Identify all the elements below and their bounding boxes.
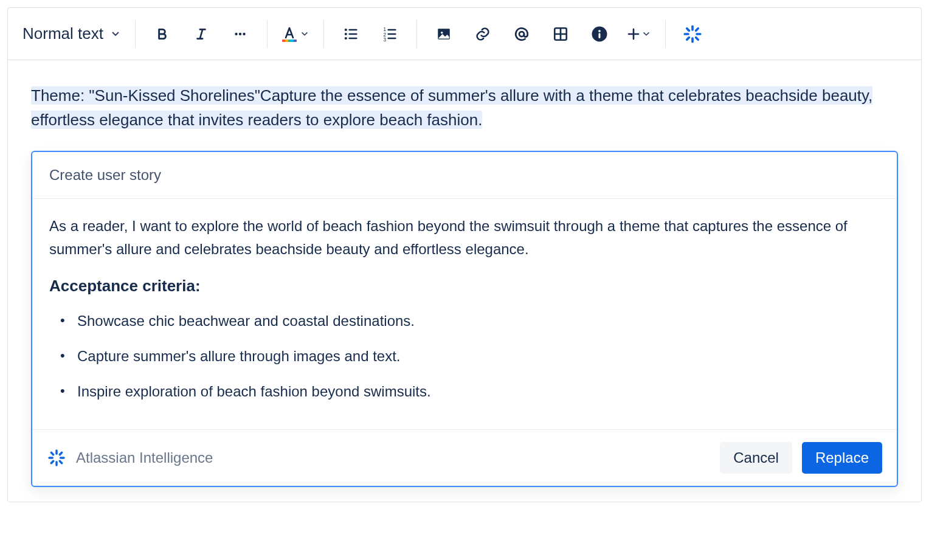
mention-button[interactable]	[509, 22, 534, 46]
svg-line-39	[60, 461, 61, 463]
formatting-group	[150, 22, 252, 46]
svg-line-31	[696, 37, 699, 40]
text-color-button[interactable]	[282, 26, 309, 42]
svg-rect-23	[598, 33, 600, 38]
insert-more-button[interactable]	[626, 27, 651, 41]
text-style-dropdown[interactable]: Normal text	[22, 22, 120, 46]
acceptance-criteria-list: Showcase chic beachwear and coastal dest…	[49, 310, 880, 403]
svg-line-38	[51, 453, 53, 455]
highlighted-text: Theme: "Sun-Kissed Shorelines"Capture th…	[31, 86, 872, 129]
italic-button[interactable]	[189, 22, 213, 46]
info-button[interactable]	[587, 22, 612, 46]
ai-brand: Atlassian Intelligence	[47, 448, 213, 468]
svg-point-2	[243, 32, 245, 35]
ai-panel-footer: Atlassian Intelligence Cancel Replace	[32, 430, 897, 486]
svg-point-5	[345, 36, 347, 39]
numbered-list-button[interactable]: 123	[378, 22, 402, 46]
svg-line-30	[687, 28, 689, 30]
ai-brand-label: Atlassian Intelligence	[76, 449, 213, 466]
user-story-text: As a reader, I want to explore the world…	[49, 215, 880, 261]
toolbar-divider	[665, 20, 666, 48]
toolbar-divider	[135, 20, 136, 48]
svg-line-33	[687, 37, 689, 40]
editor-content[interactable]: Theme: "Sun-Kissed Shorelines"Capture th…	[8, 60, 921, 502]
ai-panel-header: Create user story	[32, 152, 897, 199]
chevron-down-icon	[300, 30, 309, 38]
atlassian-intelligence-icon	[47, 448, 66, 468]
more-formatting-button[interactable]	[228, 22, 252, 46]
list-item: Capture summer's allure through images a…	[60, 345, 880, 367]
image-button[interactable]	[432, 22, 456, 46]
toolbar-divider	[416, 20, 417, 48]
chevron-down-icon	[642, 30, 651, 38]
ai-panel-body: As a reader, I want to explore the world…	[32, 199, 897, 430]
editor-container: Normal text	[7, 7, 922, 502]
chevron-down-icon	[111, 29, 120, 39]
atlassian-intelligence-button[interactable]	[680, 22, 705, 46]
toolbar-divider	[323, 20, 324, 48]
insert-group	[432, 22, 651, 46]
svg-line-32	[696, 28, 699, 30]
table-button[interactable]	[548, 22, 573, 46]
svg-point-16	[441, 32, 443, 33]
ai-group	[680, 22, 705, 46]
svg-point-22	[598, 30, 601, 32]
bullet-list-button[interactable]	[339, 22, 363, 46]
svg-point-0	[235, 32, 237, 35]
cancel-button[interactable]: Cancel	[720, 442, 792, 474]
svg-point-4	[345, 32, 347, 35]
acceptance-criteria-heading: Acceptance criteria:	[49, 277, 880, 296]
svg-text:3: 3	[383, 36, 386, 42]
theme-paragraph[interactable]: Theme: "Sun-Kissed Shorelines"Capture th…	[31, 83, 898, 133]
toolbar-divider	[267, 20, 268, 48]
svg-point-3	[345, 28, 347, 30]
replace-button[interactable]: Replace	[802, 442, 882, 474]
svg-point-1	[239, 32, 241, 35]
link-button[interactable]	[471, 22, 495, 46]
list-item: Inspire exploration of beach fashion bey…	[60, 381, 880, 403]
color-bar-icon	[282, 40, 297, 42]
svg-line-41	[51, 461, 53, 463]
bold-button[interactable]	[150, 22, 174, 46]
ai-panel: Create user story As a reader, I want to…	[31, 151, 898, 488]
list-item: Showcase chic beachwear and coastal dest…	[60, 310, 880, 332]
text-style-label: Normal text	[22, 24, 103, 43]
toolbar: Normal text	[8, 8, 921, 60]
list-group: 123	[339, 22, 402, 46]
svg-line-40	[60, 453, 61, 455]
